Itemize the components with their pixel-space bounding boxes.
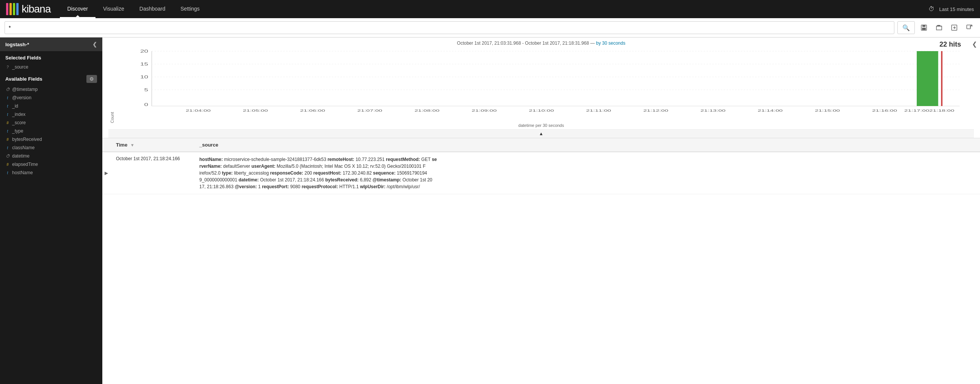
field-type-field[interactable]: t _type: [0, 127, 102, 135]
svg-text:21:15:00: 21:15:00: [815, 109, 840, 113]
field-type-t4: t: [5, 129, 10, 133]
time-range: Last 15 minutes: [939, 6, 974, 12]
table-header: Time ▼ _source: [102, 138, 980, 152]
field-type-hash2: #: [5, 138, 10, 142]
chart-header: October 1st 2017, 21:03:31.968 - October…: [108, 41, 974, 46]
field-name-version: @version: [12, 95, 32, 100]
available-fields-gear-button[interactable]: ⚙: [86, 75, 97, 83]
table-row: ▶ October 1st 2017, 21:18:24.166 hostNam…: [102, 152, 980, 194]
logo-bar-3: [13, 3, 15, 15]
selected-fields-title: Selected Fields: [0, 51, 102, 63]
logo-text: kibana: [22, 3, 51, 15]
nav-tab-visualize[interactable]: Visualize: [95, 0, 132, 18]
svg-text:15: 15: [140, 62, 148, 66]
chart-fold-button[interactable]: ▲: [108, 129, 974, 138]
field-type-t5: t: [5, 146, 10, 150]
field-datetime[interactable]: ⏱ datetime: [0, 152, 102, 160]
time-cell: October 1st 2017, 21:18:24.166: [111, 152, 195, 194]
open-icon[interactable]: [933, 22, 945, 34]
data-table: Time ▼ _source ▶ October 1st 2017, 21:18…: [102, 138, 980, 194]
field-timestamp[interactable]: ⏱ @timestamp: [0, 85, 102, 94]
share-icon[interactable]: [948, 22, 960, 34]
sidebar-toggle-button[interactable]: ❮: [972, 41, 977, 48]
svg-text:21:14:00: 21:14:00: [757, 109, 783, 113]
field-type-clock: ⏱: [5, 87, 10, 92]
expand-cell[interactable]: ▶: [102, 152, 111, 194]
logo-bar-2: [10, 3, 12, 15]
available-fields-header: Available Fields ⚙: [0, 71, 102, 85]
svg-text:21:17:00: 21:17:00: [904, 109, 930, 113]
toolbar-icons: [918, 22, 975, 34]
logo: kibana: [6, 3, 51, 15]
svg-text:21:16:00: 21:16:00: [872, 109, 897, 113]
nav-tab-dashboard[interactable]: Dashboard: [132, 0, 173, 18]
content-area: October 1st 2017, 21:03:31.968 - October…: [102, 38, 980, 384]
svg-text:21:10:00: 21:10:00: [529, 109, 554, 113]
field-name-bytes-received: bytesReceived: [12, 137, 42, 142]
logo-bar-1: [6, 3, 8, 15]
svg-text:5: 5: [144, 88, 148, 92]
field-id[interactable]: t _id: [0, 102, 102, 110]
field-name-source: _source: [12, 64, 29, 70]
svg-text:21:09:00: 21:09:00: [472, 109, 497, 113]
clock-icon: ⏱: [929, 6, 934, 13]
search-input[interactable]: [5, 21, 894, 34]
field-class-name[interactable]: t className: [0, 144, 102, 152]
field-host-name[interactable]: t hostName: [0, 168, 102, 177]
logo-bars: [6, 3, 19, 15]
field-type-source: ?: [5, 65, 10, 69]
svg-rect-2: [922, 28, 926, 30]
save-icon[interactable]: [918, 22, 930, 34]
chart-wrapper: Count 20 15 10: [108, 48, 974, 123]
sidebar-collapse-button[interactable]: ❮: [92, 41, 97, 48]
svg-text:10: 10: [140, 75, 148, 79]
x-axis-label: datetime per 30 seconds: [108, 123, 974, 129]
top-nav: kibana Discover Visualize Dashboard Sett…: [0, 0, 980, 18]
logo-bar-4: [16, 3, 19, 15]
search-button[interactable]: 🔍: [897, 21, 915, 34]
svg-text:21:04:00: 21:04:00: [186, 109, 211, 113]
time-column-header[interactable]: Time ▼: [111, 138, 195, 152]
field-bytes-received[interactable]: # bytesReceived: [0, 135, 102, 144]
fold-icon: ▲: [539, 131, 543, 136]
sidebar-index: logstash-* ❮: [0, 38, 102, 51]
header-row: Time ▼ _source: [102, 138, 980, 152]
field-name-host-name: hostName: [12, 170, 33, 175]
source-column-header: _source: [195, 138, 980, 152]
field-elapsed-time[interactable]: # elapsedTime: [0, 160, 102, 168]
svg-text:21:06:00: 21:06:00: [300, 109, 326, 113]
field-type-t: t: [5, 96, 10, 100]
available-fields-title: Available Fields: [5, 76, 43, 82]
by-interval-link[interactable]: by 30 seconds: [596, 41, 625, 46]
results-table: Time ▼ _source ▶ October 1st 2017, 21:18…: [102, 138, 980, 384]
new-window-icon[interactable]: [963, 22, 975, 34]
field-name-elapsed-time: elapsedTime: [12, 162, 38, 167]
field-type-hash3: #: [5, 162, 10, 167]
time-header-label: Time: [116, 142, 127, 148]
svg-text:21:12:00: 21:12:00: [643, 109, 668, 113]
field-score[interactable]: # _score: [0, 119, 102, 127]
chart-date-range: October 1st 2017, 21:03:31.968 - October…: [457, 41, 596, 46]
field-name-type: _type: [12, 129, 23, 134]
field-name-datetime: datetime: [12, 153, 30, 159]
field-type-t3: t: [5, 113, 10, 117]
field-version[interactable]: t @version: [0, 94, 102, 102]
field-type-t2: t: [5, 104, 10, 108]
svg-text:21:05:00: 21:05:00: [243, 109, 268, 113]
field-name-id: _id: [12, 103, 18, 109]
selected-field-source[interactable]: ? _source: [0, 63, 102, 71]
field-index[interactable]: t _index: [0, 110, 102, 119]
svg-rect-1: [923, 25, 926, 27]
nav-tab-discover[interactable]: Discover: [60, 0, 95, 18]
chart-svg-container: 20 15 10 5 0 21:04:00 21:05:00 21:06:00: [116, 48, 974, 123]
nav-tab-settings[interactable]: Settings: [173, 0, 207, 18]
sidebar: logstash-* ❮ Selected Fields ? _source A…: [0, 38, 102, 384]
svg-text:21:08:00: 21:08:00: [415, 109, 440, 113]
bar-18: [917, 51, 938, 106]
svg-text:21:11:00: 21:11:00: [586, 109, 611, 113]
svg-text:21:18:00: 21:18:00: [929, 109, 955, 113]
field-name-score: _score: [12, 120, 26, 125]
search-bar: 🔍: [0, 18, 980, 38]
nav-tabs: Discover Visualize Dashboard Settings: [60, 0, 929, 18]
svg-text:0: 0: [144, 103, 148, 107]
